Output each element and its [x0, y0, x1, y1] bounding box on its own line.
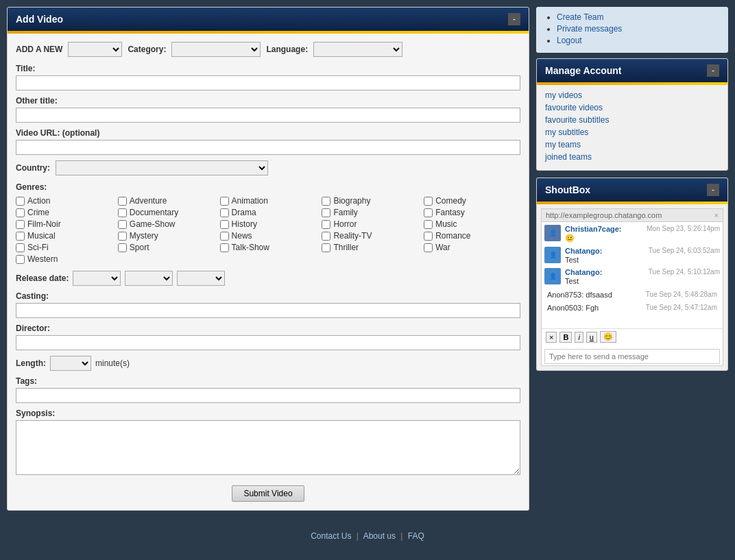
- chat-time-2: Tue Sep 24, 6:03:52am: [649, 247, 720, 255]
- toolbar-bold-btn[interactable]: B: [559, 332, 572, 343]
- synopsis-textarea[interactable]: [16, 420, 520, 475]
- genre-horror-checkbox[interactable]: [322, 220, 330, 229]
- logout-link[interactable]: Logout: [557, 36, 582, 45]
- video-url-group: Video URL: (optional): [16, 128, 520, 155]
- genre-film-noir-checkbox[interactable]: [16, 220, 25, 229]
- release-date-row: Release date:: [16, 271, 520, 286]
- genre-music-label: Music: [435, 219, 457, 229]
- chat-time-5: Tue Sep 24, 5:47:12am: [646, 304, 717, 312]
- submit-button[interactable]: Submit Video: [232, 485, 304, 502]
- emoji-icon: 😐: [565, 234, 575, 242]
- genre-family-checkbox[interactable]: [322, 208, 330, 217]
- genre-game-show-checkbox[interactable]: [118, 220, 127, 229]
- toolbar-emoji-btn[interactable]: 😊: [600, 331, 616, 343]
- manage-account-title: Manage Account: [545, 65, 622, 76]
- genre-documentary-checkbox[interactable]: [118, 208, 127, 217]
- tags-input[interactable]: [16, 388, 520, 403]
- chat-message-2: 👤 Chatango: Tue Sep 24, 6:03:52am Test: [544, 247, 720, 264]
- my-subtitles-link[interactable]: my subtitles: [545, 127, 719, 137]
- genre-talk-show: Talk-Show: [220, 243, 317, 252]
- language-select[interactable]: [313, 42, 402, 57]
- shoutbox-toggle[interactable]: -: [707, 184, 719, 196]
- chatango-close-icon[interactable]: ×: [714, 211, 719, 219]
- about-us-link[interactable]: About us: [363, 531, 396, 541]
- genre-action-checkbox[interactable]: [16, 197, 25, 206]
- favourite-videos-link[interactable]: favourite videos: [545, 103, 719, 112]
- chat-username-2[interactable]: Chatango:: [565, 247, 602, 255]
- length-select[interactable]: [50, 356, 91, 371]
- genre-thriller-checkbox[interactable]: [322, 243, 330, 252]
- genre-western-checkbox[interactable]: [16, 255, 25, 264]
- manage-account-toggle[interactable]: -: [707, 64, 719, 77]
- country-select[interactable]: [56, 160, 268, 175]
- genre-family: Family: [322, 208, 418, 217]
- manage-account-panel: Manage Account - my videos favourite vid…: [536, 58, 728, 171]
- release-date-day[interactable]: [73, 271, 121, 286]
- private-messages-link[interactable]: Private messages: [557, 24, 622, 34]
- genre-drama-checkbox[interactable]: [220, 208, 229, 217]
- shoutbox-title: ShoutBox: [545, 184, 590, 195]
- toolbar-close-btn[interactable]: ×: [546, 332, 557, 343]
- genre-romance-checkbox[interactable]: [424, 232, 433, 241]
- genre-biography-checkbox[interactable]: [322, 197, 330, 206]
- top-links-list: Create Team Private messages Logout: [546, 12, 719, 45]
- video-url-label: Video URL: (optional): [16, 128, 520, 138]
- genre-biography: Biography: [322, 196, 418, 206]
- chatango-message-input[interactable]: [544, 349, 720, 364]
- genre-history-checkbox[interactable]: [220, 220, 229, 229]
- genre-talk-show-checkbox[interactable]: [220, 243, 229, 252]
- chat-username-3[interactable]: Chatango:: [565, 268, 602, 276]
- video-url-input[interactable]: [16, 140, 520, 155]
- toolbar-underline-btn[interactable]: u: [586, 332, 597, 343]
- separator-1: |: [357, 531, 359, 541]
- genre-news-label: News: [232, 231, 252, 241]
- joined-teams-link[interactable]: joined teams: [545, 152, 719, 162]
- add-new-select[interactable]: Movie TV Show: [68, 42, 122, 57]
- release-date-year[interactable]: [177, 271, 225, 286]
- casting-input[interactable]: [16, 303, 520, 318]
- genre-adventure-checkbox[interactable]: [118, 197, 127, 206]
- category-select[interactable]: [171, 42, 261, 57]
- genre-mystery-checkbox[interactable]: [118, 232, 127, 241]
- title-input[interactable]: [16, 75, 520, 90]
- language-label: Language:: [266, 45, 308, 54]
- manage-account-links: my videos favourite videos favourite sub…: [537, 85, 727, 170]
- chat-text-3: Test: [565, 277, 720, 285]
- avatar-icon: 👤: [549, 230, 557, 236]
- genre-biography-label: Biography: [333, 196, 370, 206]
- casting-group: Casting:: [16, 291, 520, 318]
- shoutbox-header: ShoutBox -: [537, 178, 727, 202]
- create-team-link[interactable]: Create Team: [557, 12, 603, 22]
- release-date-month[interactable]: [125, 271, 173, 286]
- chat-messages[interactable]: 👤 Christian7cage: Mon Sep 23, 5:26:14pm …: [542, 222, 723, 328]
- genre-comedy-checkbox[interactable]: [424, 197, 433, 206]
- genre-sport-checkbox[interactable]: [118, 243, 127, 252]
- genre-war-checkbox[interactable]: [424, 243, 433, 252]
- list-item: Create Team: [557, 12, 719, 22]
- my-teams-link[interactable]: my teams: [545, 140, 719, 149]
- genre-reality-tv-checkbox[interactable]: [322, 232, 330, 241]
- genre-sci-fi-checkbox[interactable]: [16, 243, 25, 252]
- genre-music-checkbox[interactable]: [424, 220, 433, 229]
- genre-fantasy-checkbox[interactable]: [424, 208, 433, 217]
- genre-documentary-label: Documentary: [130, 208, 178, 217]
- list-item: Logout: [557, 36, 719, 45]
- genre-sport: Sport: [118, 243, 215, 252]
- toolbar-italic-btn[interactable]: i: [575, 332, 583, 343]
- genre-crime-checkbox[interactable]: [16, 208, 25, 217]
- favourite-subtitles-link[interactable]: favourite subtitles: [545, 115, 719, 125]
- contact-us-link[interactable]: Contact Us: [311, 531, 351, 541]
- genre-documentary: Documentary: [118, 208, 215, 217]
- director-input[interactable]: [16, 335, 520, 350]
- faq-link[interactable]: FAQ: [408, 531, 424, 541]
- genre-animation-checkbox[interactable]: [220, 197, 229, 206]
- genre-sci-fi: Sci-Fi: [16, 243, 112, 252]
- add-video-toggle[interactable]: -: [508, 13, 520, 25]
- other-title-input[interactable]: [16, 108, 520, 123]
- genre-musical-checkbox[interactable]: [16, 232, 25, 241]
- chat-username-1[interactable]: Christian7cage:: [565, 225, 622, 233]
- my-videos-link[interactable]: my videos: [545, 90, 719, 100]
- chat-content-2: Chatango: Tue Sep 24, 6:03:52am Test: [565, 247, 720, 264]
- synopsis-group: Synopsis:: [16, 409, 520, 477]
- genre-news-checkbox[interactable]: [220, 232, 229, 241]
